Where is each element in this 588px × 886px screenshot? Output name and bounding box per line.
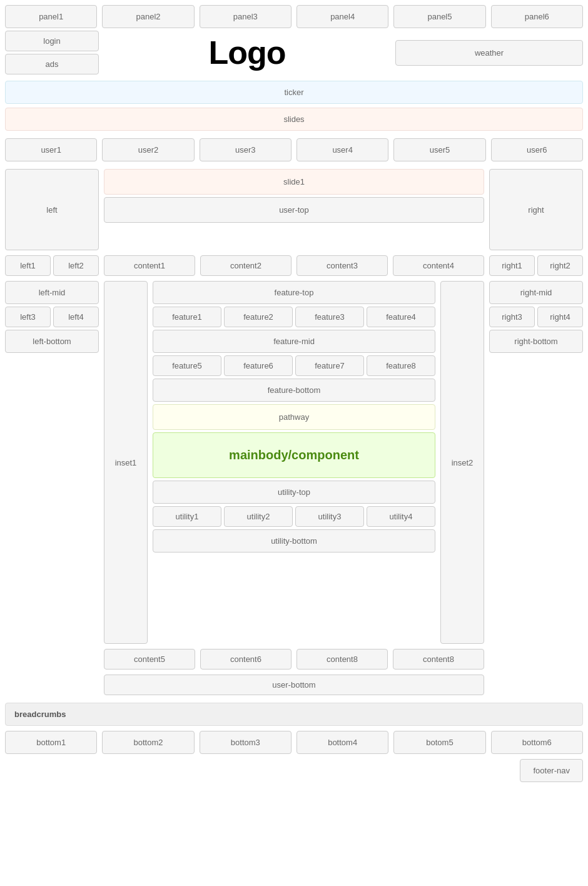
feature8[interactable]: feature8 xyxy=(367,355,435,376)
content-bottom-row: content5 content6 content8 content8 xyxy=(0,646,588,672)
bottom2[interactable]: bottom2 xyxy=(102,731,194,754)
right4[interactable]: right4 xyxy=(537,307,583,327)
panel4[interactable]: panel4 xyxy=(297,5,388,28)
left4[interactable]: left4 xyxy=(53,307,99,327)
feature1[interactable]: feature1 xyxy=(153,307,221,327)
left-bottom-box[interactable]: left-bottom xyxy=(5,330,99,353)
content5[interactable]: content5 xyxy=(104,649,195,670)
inset1-col: inset1 xyxy=(104,281,148,644)
user1[interactable]: user1 xyxy=(5,138,97,161)
user4[interactable]: user4 xyxy=(297,138,388,161)
slide1-box[interactable]: slide1 xyxy=(104,169,484,195)
content3[interactable]: content3 xyxy=(297,255,388,276)
panel3[interactable]: panel3 xyxy=(200,5,291,28)
utility4[interactable]: utility4 xyxy=(367,506,435,527)
ads-box[interactable]: ads xyxy=(5,54,99,74)
feature7[interactable]: feature7 xyxy=(295,355,364,376)
content8b[interactable]: content8 xyxy=(393,649,484,670)
bottom3[interactable]: bottom3 xyxy=(200,731,291,754)
footer-nav-row: footer-nav xyxy=(0,756,588,787)
user2[interactable]: user2 xyxy=(102,138,194,161)
big-middle: left-mid left3 left4 left-bottom inset1 … xyxy=(0,278,588,646)
feature-row2: feature5 feature6 feature7 feature8 xyxy=(153,355,435,376)
right-pair: right1 right2 xyxy=(489,255,583,276)
header-left: login ads xyxy=(5,31,99,74)
utility-top-box[interactable]: utility-top xyxy=(153,481,435,504)
feature-row1: feature1 feature2 feature3 feature4 xyxy=(153,307,435,327)
feature3[interactable]: feature3 xyxy=(295,307,364,327)
feature5[interactable]: feature5 xyxy=(153,355,221,376)
weather-widget[interactable]: weather xyxy=(395,40,583,66)
bottom1[interactable]: bottom1 xyxy=(5,731,97,754)
content6[interactable]: content6 xyxy=(200,649,291,670)
ticker-bar[interactable]: ticker xyxy=(5,81,583,104)
user5[interactable]: user5 xyxy=(393,138,485,161)
feature-bottom-box[interactable]: feature-bottom xyxy=(153,379,435,402)
feature6[interactable]: feature6 xyxy=(224,355,293,376)
breadcrumbs: breadcrumbs xyxy=(5,703,583,726)
user-top-box[interactable]: user-top xyxy=(104,197,484,223)
left1[interactable]: left1 xyxy=(5,255,51,276)
botom5[interactable]: botom5 xyxy=(393,731,485,754)
utility-bottom-box[interactable]: utility-bottom xyxy=(153,529,435,552)
feature-top-box[interactable]: feature-top xyxy=(153,281,435,304)
right1[interactable]: right1 xyxy=(489,255,535,276)
left2[interactable]: left2 xyxy=(53,255,99,276)
top-panel-row: panel1 panel2 panel3 panel4 panel5 panel… xyxy=(0,0,588,28)
utility1[interactable]: utility1 xyxy=(153,506,221,527)
header: login ads Logo weather xyxy=(0,28,588,77)
content-row: left1 left2 content1 content2 content3 c… xyxy=(0,253,588,278)
pathway-box[interactable]: pathway xyxy=(153,404,435,430)
left-mid-col: left-mid left3 left4 left-bottom xyxy=(5,281,99,644)
content4[interactable]: content4 xyxy=(393,255,484,276)
left-pair: left1 left2 xyxy=(5,255,99,276)
left-mid-box[interactable]: left-mid xyxy=(5,281,99,304)
bottom-panel-row: bottom1 bottom2 bottom3 bottom4 botom5 b… xyxy=(0,728,588,756)
inset2-box[interactable]: inset2 xyxy=(440,281,484,644)
header-right: weather xyxy=(395,31,583,74)
utility2[interactable]: utility2 xyxy=(224,506,293,527)
right3[interactable]: right3 xyxy=(489,307,535,327)
content1[interactable]: content1 xyxy=(104,255,195,276)
content8a[interactable]: content8 xyxy=(297,649,388,670)
user-row: user1 user2 user3 user4 user5 user6 xyxy=(0,133,588,166)
panel1[interactable]: panel1 xyxy=(5,5,97,28)
mainbody-box[interactable]: mainbody/component xyxy=(153,432,435,478)
right2[interactable]: right2 xyxy=(537,255,583,276)
user6[interactable]: user6 xyxy=(491,138,583,161)
right-mid-col: right-mid right3 right4 right-bottom xyxy=(489,281,583,644)
content2[interactable]: content2 xyxy=(200,255,291,276)
feature4[interactable]: feature4 xyxy=(367,307,435,327)
left-box[interactable]: left xyxy=(5,169,99,250)
footer-nav[interactable]: footer-nav xyxy=(520,759,583,782)
login-button[interactable]: login xyxy=(5,31,99,51)
user3[interactable]: user3 xyxy=(200,138,291,161)
header-center: Logo xyxy=(104,31,390,74)
center-stack: slide1 user-top xyxy=(104,169,484,250)
panel6[interactable]: panel6 xyxy=(491,5,583,28)
left34-pair: left3 left4 xyxy=(5,307,99,327)
feature-mid-box[interactable]: feature-mid xyxy=(153,330,435,353)
slide-section: left slide1 user-top right xyxy=(0,166,588,253)
bottom4[interactable]: bottom4 xyxy=(297,731,388,754)
user-bottom-box[interactable]: user-bottom xyxy=(104,675,484,695)
inset1-box[interactable]: inset1 xyxy=(104,281,148,644)
spacer-left2 xyxy=(5,675,99,695)
right-box[interactable]: right xyxy=(489,169,583,250)
logo: Logo xyxy=(208,34,285,71)
panel5[interactable]: panel5 xyxy=(393,5,485,28)
inset2-col: inset2 xyxy=(440,281,484,644)
user-bottom-row: user-bottom xyxy=(0,672,588,698)
feature-col: feature-top feature1 feature2 feature3 f… xyxy=(153,281,435,644)
utility3[interactable]: utility3 xyxy=(295,506,364,527)
bottom6[interactable]: bottom6 xyxy=(491,731,583,754)
feature2[interactable]: feature2 xyxy=(224,307,293,327)
panel2[interactable]: panel2 xyxy=(102,5,194,28)
right34-pair: right3 right4 xyxy=(489,307,583,327)
spacer-right xyxy=(489,649,583,670)
left3[interactable]: left3 xyxy=(5,307,51,327)
slides-bar[interactable]: slides xyxy=(5,108,583,131)
right-bottom-box[interactable]: right-bottom xyxy=(489,330,583,353)
utility-row: utility1 utility2 utility3 utility4 xyxy=(153,506,435,527)
right-mid-box[interactable]: right-mid xyxy=(489,281,583,304)
